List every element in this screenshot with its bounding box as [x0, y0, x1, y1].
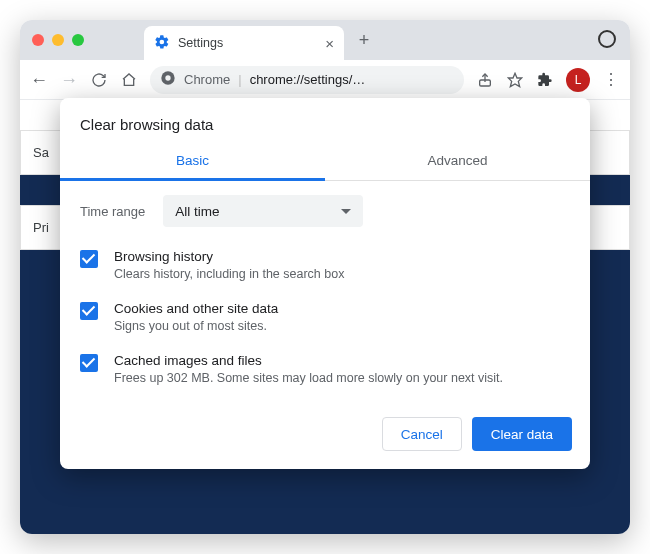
- time-range-label: Time range: [80, 204, 145, 219]
- checkbox-cookies[interactable]: [80, 302, 98, 320]
- svg-marker-3: [508, 73, 521, 86]
- option-title: Cached images and files: [114, 353, 503, 368]
- toolbar: ← → Chrome | chrome://settings/… L ⋮: [20, 60, 630, 100]
- menu-button[interactable]: ⋮: [602, 70, 620, 89]
- forward-button: →: [60, 71, 78, 89]
- window-controls: [32, 34, 84, 46]
- reload-button[interactable]: [90, 72, 108, 88]
- checkbox-cache[interactable]: [80, 354, 98, 372]
- cancel-button[interactable]: Cancel: [382, 417, 462, 451]
- extensions-icon[interactable]: [536, 72, 554, 88]
- home-button[interactable]: [120, 72, 138, 88]
- options-list: Browsing history Clears history, includi…: [60, 233, 590, 405]
- option-desc: Clears history, including in the search …: [114, 267, 344, 281]
- tab-basic[interactable]: Basic: [60, 141, 325, 180]
- dialog-title: Clear browsing data: [80, 116, 570, 133]
- option-title: Cookies and other site data: [114, 301, 278, 316]
- profile-avatar[interactable]: L: [566, 68, 590, 92]
- clear-browsing-data-dialog: Clear browsing data Basic Advanced Time …: [60, 98, 590, 469]
- option-desc: Frees up 302 MB. Some sites may load mor…: [114, 371, 503, 385]
- svg-point-1: [165, 75, 170, 80]
- dialog-tabs: Basic Advanced: [60, 141, 590, 181]
- minimize-window-icon[interactable]: [52, 34, 64, 46]
- titlebar: Settings × +: [20, 20, 630, 60]
- checkbox-browsing-history[interactable]: [80, 250, 98, 268]
- tab-title: Settings: [178, 36, 317, 50]
- tab-advanced[interactable]: Advanced: [325, 141, 590, 180]
- site-info-icon[interactable]: [160, 70, 176, 89]
- time-range-row: Time range All time: [60, 181, 590, 233]
- option-cookies: Cookies and other site data Signs you ou…: [80, 291, 570, 343]
- browser-tab[interactable]: Settings ×: [144, 26, 344, 60]
- dialog-actions: Cancel Clear data: [60, 405, 590, 469]
- option-browsing-history: Browsing history Clears history, includi…: [80, 239, 570, 291]
- gear-icon: [154, 34, 170, 53]
- omnibox-label: Chrome: [184, 72, 230, 87]
- close-tab-icon[interactable]: ×: [325, 35, 334, 52]
- back-button[interactable]: ←: [30, 71, 48, 89]
- option-title: Browsing history: [114, 249, 344, 264]
- share-icon[interactable]: [476, 72, 494, 88]
- option-cache: Cached images and files Frees up 302 MB.…: [80, 343, 570, 395]
- clear-data-button[interactable]: Clear data: [472, 417, 572, 451]
- browser-window: Settings × + ← → Chrome | chrome://setti…: [20, 20, 630, 534]
- omnibox-url: chrome://settings/…: [250, 72, 366, 87]
- time-range-value: All time: [175, 204, 219, 219]
- new-tab-button[interactable]: +: [350, 26, 378, 54]
- bookmark-icon[interactable]: [506, 72, 524, 88]
- dialog-overlay: Clear browsing data Basic Advanced Time …: [20, 100, 630, 534]
- maximize-window-icon[interactable]: [72, 34, 84, 46]
- chevron-down-icon: [341, 209, 351, 214]
- close-window-icon[interactable]: [32, 34, 44, 46]
- incognito-indicator-icon[interactable]: [598, 30, 616, 48]
- time-range-select[interactable]: All time: [163, 195, 363, 227]
- address-bar[interactable]: Chrome | chrome://settings/…: [150, 66, 464, 94]
- option-desc: Signs you out of most sites.: [114, 319, 278, 333]
